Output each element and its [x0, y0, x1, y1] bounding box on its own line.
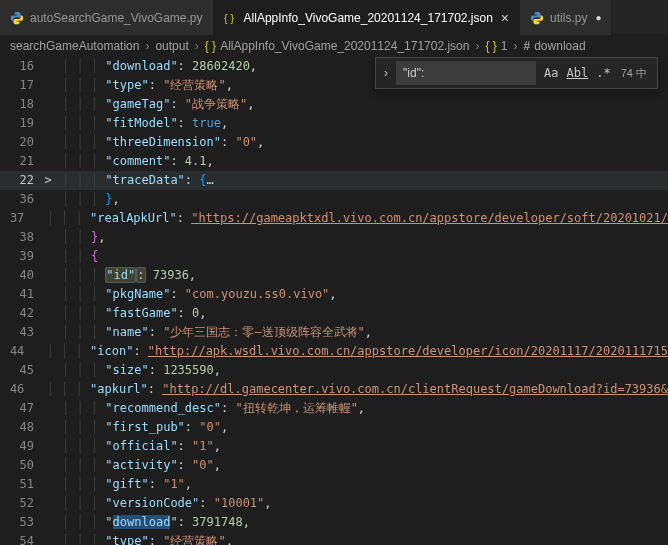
code-content[interactable]: │ │ │ "traceData": {… — [58, 171, 668, 190]
code-editor[interactable]: › Aa Abl .* 74 中 16│ │ │ "download": 286… — [0, 57, 668, 545]
code-line[interactable]: 53│ │ │ "download": 3791748, — [0, 513, 668, 532]
python-icon — [10, 11, 24, 25]
breadcrumb-seg[interactable]: download — [534, 39, 585, 53]
code-line[interactable]: 46│ │ │ "apkurl": "http://dl.gamecenter.… — [0, 380, 668, 399]
code-content[interactable]: │ │ │ "download": 3791748, — [58, 513, 668, 532]
line-number: 18 — [0, 95, 38, 114]
line-number: 41 — [0, 285, 38, 304]
tab-json-file[interactable]: { } AllAppInfo_VivoGame_20201124_171702.… — [214, 0, 521, 35]
code-content[interactable]: │ │ │ "activity": "0", — [58, 456, 668, 475]
code-line[interactable]: 38│ │ }, — [0, 228, 668, 247]
code-line[interactable]: 19│ │ │ "fitModel": true, — [0, 114, 668, 133]
code-line[interactable]: 49│ │ │ "official": "1", — [0, 437, 668, 456]
code-content[interactable]: │ │ │ "recommend_desc": "扭转乾坤，运筹帷幄", — [58, 399, 668, 418]
code-content[interactable]: │ │ │ "type": "经营策略", — [58, 532, 668, 545]
breadcrumb[interactable]: searchGameAutomation › output › { } AllA… — [0, 35, 668, 57]
code-content[interactable]: │ │ │ "gift": "1", — [58, 475, 668, 494]
code-line[interactable]: 50│ │ │ "activity": "0", — [0, 456, 668, 475]
code-line[interactable]: 36│ │ │ }, — [0, 190, 668, 209]
code-line[interactable]: 54│ │ │ "type": "经营策略", — [0, 532, 668, 545]
tab-label: AllAppInfo_VivoGame_20201124_171702.json — [244, 11, 493, 25]
code-content[interactable]: │ │ │ "official": "1", — [58, 437, 668, 456]
breadcrumb-seg[interactable]: AllAppInfo_VivoGame_20201124_171702.json — [220, 39, 469, 53]
fold-gutter — [38, 323, 58, 342]
code-line[interactable]: 37│ │ │ "realApkUrl": "https://gameapktx… — [0, 209, 668, 228]
fold-gutter — [38, 285, 58, 304]
svg-text:{ }: { } — [224, 11, 234, 23]
line-number: 39 — [0, 247, 38, 266]
code-line[interactable]: 42│ │ │ "fastGame": 0, — [0, 304, 668, 323]
fold-gutter — [38, 133, 58, 152]
code-line[interactable]: 45│ │ │ "size": 1235590, — [0, 361, 668, 380]
line-number: 43 — [0, 323, 38, 342]
line-number: 17 — [0, 76, 38, 95]
code-line[interactable]: 51│ │ │ "gift": "1", — [0, 475, 668, 494]
find-results: 74 中 — [621, 66, 647, 81]
code-line[interactable]: 21│ │ │ "comment": 4.1, — [0, 152, 668, 171]
code-content[interactable]: │ │ │ "icon": "http://apk.wsdl.vivo.com.… — [43, 342, 668, 361]
code-line[interactable]: 47│ │ │ "recommend_desc": "扭转乾坤，运筹帷幄", — [0, 399, 668, 418]
line-number: 48 — [0, 418, 38, 437]
fold-gutter — [38, 95, 58, 114]
case-toggle[interactable]: Aa — [540, 66, 562, 80]
regex-toggle[interactable]: .* — [592, 66, 614, 80]
fold-gutter — [38, 456, 58, 475]
tab-python-file[interactable]: autoSearchGame_VivoGame.py — [0, 0, 214, 35]
chevron-right-icon[interactable]: › — [380, 66, 392, 80]
code-content[interactable]: │ │ │ "apkurl": "http://dl.gamecenter.vi… — [43, 380, 668, 399]
line-number: 45 — [0, 361, 38, 380]
tab-python-file-2[interactable]: utils.py ● — [520, 0, 612, 35]
code-line[interactable]: 52│ │ │ "versionCode": "10001", — [0, 494, 668, 513]
fold-gutter — [38, 361, 58, 380]
fold-gutter — [28, 342, 42, 361]
line-number: 46 — [0, 380, 28, 399]
line-number: 21 — [0, 152, 38, 171]
fold-gutter — [38, 266, 58, 285]
code-content[interactable]: │ │ │ "pkgName": "com.youzu.ss0.vivo", — [58, 285, 668, 304]
search-input[interactable] — [396, 61, 536, 85]
fold-gutter — [28, 380, 42, 399]
code-content[interactable]: │ │ { — [58, 247, 668, 266]
code-content[interactable]: │ │ │ "gameTag": "战争策略", — [58, 95, 668, 114]
code-content[interactable]: │ │ │ "size": 1235590, — [58, 361, 668, 380]
tab-label: utils.py — [550, 11, 587, 25]
fold-gutter — [38, 152, 58, 171]
code-content[interactable]: │ │ │ "comment": 4.1, — [58, 152, 668, 171]
json-icon: { } — [224, 11, 238, 25]
code-line[interactable]: 20│ │ │ "threeDimension": "0", — [0, 133, 668, 152]
fold-gutter[interactable]: > — [38, 171, 58, 190]
code-content[interactable]: │ │ │ "versionCode": "10001", — [58, 494, 668, 513]
line-number: 51 — [0, 475, 38, 494]
code-content[interactable]: │ │ │ "name": "少年三国志：零–送顶级阵容全武将", — [58, 323, 668, 342]
code-line[interactable]: 18│ │ │ "gameTag": "战争策略", — [0, 95, 668, 114]
code-content[interactable]: │ │ │ "fitModel": true, — [58, 114, 668, 133]
fold-gutter — [38, 247, 58, 266]
code-content[interactable]: │ │ }, — [58, 228, 668, 247]
code-line[interactable]: 48│ │ │ "first_pub": "0", — [0, 418, 668, 437]
code-line[interactable]: 22>│ │ │ "traceData": {… — [0, 171, 668, 190]
code-line[interactable]: 39│ │ { — [0, 247, 668, 266]
line-number: 36 — [0, 190, 38, 209]
breadcrumb-seg[interactable]: output — [155, 39, 188, 53]
breadcrumb-seg[interactable]: searchGameAutomation — [10, 39, 139, 53]
code-content[interactable]: │ │ │ "id": 73936, — [58, 266, 668, 285]
line-number: 54 — [0, 532, 38, 545]
word-toggle[interactable]: Abl — [563, 66, 593, 80]
line-number: 50 — [0, 456, 38, 475]
line-number: 44 — [0, 342, 28, 361]
code-content[interactable]: │ │ │ }, — [58, 190, 668, 209]
close-icon[interactable]: × — [501, 10, 509, 26]
braces-icon: { } — [485, 39, 496, 53]
breadcrumb-seg[interactable]: 1 — [501, 39, 508, 53]
tab-label: autoSearchGame_VivoGame.py — [30, 11, 203, 25]
fold-gutter — [38, 494, 58, 513]
code-line[interactable]: 41│ │ │ "pkgName": "com.youzu.ss0.vivo", — [0, 285, 668, 304]
code-line[interactable]: 44│ │ │ "icon": "http://apk.wsdl.vivo.co… — [0, 342, 668, 361]
code-line[interactable]: 40│ │ │ "id": 73936, — [0, 266, 668, 285]
line-number: 53 — [0, 513, 38, 532]
code-content[interactable]: │ │ │ "threeDimension": "0", — [58, 133, 668, 152]
code-content[interactable]: │ │ │ "realApkUrl": "https://gameapktxdl… — [43, 209, 668, 228]
code-content[interactable]: │ │ │ "fastGame": 0, — [58, 304, 668, 323]
code-content[interactable]: │ │ │ "first_pub": "0", — [58, 418, 668, 437]
code-line[interactable]: 43│ │ │ "name": "少年三国志：零–送顶级阵容全武将", — [0, 323, 668, 342]
